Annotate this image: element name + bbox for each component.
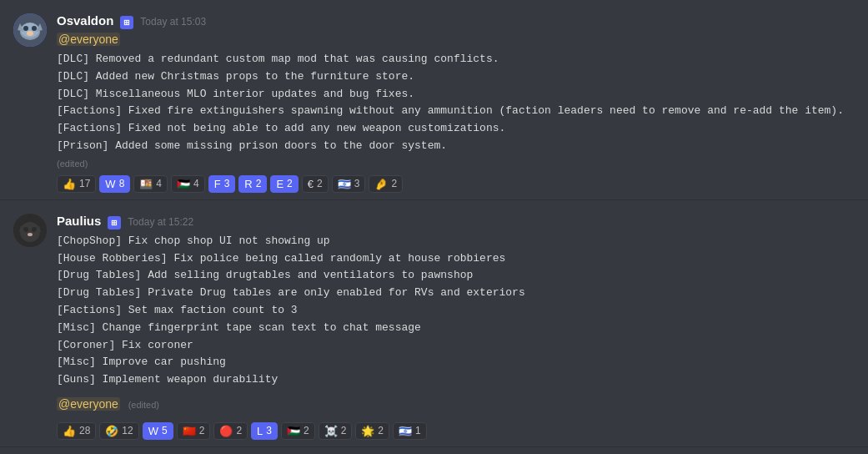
reaction-w-p[interactable]: W 5 [143,422,173,440]
reaction-flag-il[interactable]: 🇮🇱 3 [332,175,366,193]
reaction-cn[interactable]: 🇨🇳 2 [177,422,211,440]
reaction-skull[interactable]: ☠️ 2 [319,422,353,440]
message-header-paulius: Paulius ⊞ Today at 15:22 [57,214,855,230]
timestamp-paulius: Today at 15:22 [128,216,193,228]
reaction-bento[interactable]: 🍱 4 [133,175,168,193]
reaction-e[interactable]: E 2 [270,175,298,193]
avatar-osvaldon [13,13,47,47]
svg-point-14 [28,233,33,236]
reaction-f[interactable]: F 3 [208,175,236,193]
message-text-osvaldon: [DLC] Removed a redundant custom map mod… [57,51,855,155]
reaction-w[interactable]: W 8 [99,175,130,193]
avatar-paulius [13,214,47,247]
reactions-osvaldon: 👍 17 W 8 🍱 4 🇵🇸 4 F 3 R 2 E 2 € 2 🇮🇱 3 🤌… [57,175,855,193]
edited-label-osvaldon: (edited) [57,159,855,169]
reaction-thumbsup[interactable]: 👍 17 [57,175,96,193]
reaction-l[interactable]: L 3 [251,422,278,440]
svg-point-3 [23,26,28,31]
reaction-flag-ps[interactable]: 🇵🇸 4 [171,175,205,193]
message-content-osvaldon: Osvaldon ⊞ Today at 15:03 @everyone [DLC… [57,13,855,193]
reaction-red[interactable]: 🔴 2 [213,422,248,440]
reaction-star[interactable]: 🌟 2 [355,422,389,440]
message-group-paulius: Paulius ⊞ Today at 15:22 [ChopShop] Fix … [0,200,868,447]
timestamp-osvaldon: Today at 15:03 [140,16,206,28]
reaction-thumbsup-p[interactable]: 👍 28 [57,422,96,440]
message-text-paulius: [ChopShop] Fix chop shop UI not showing … [57,233,855,389]
message-header-osvaldon: Osvaldon ⊞ Today at 15:03 [57,13,855,29]
reaction-pinch[interactable]: 🤌 2 [369,175,403,193]
svg-point-4 [32,26,37,31]
message-content-paulius: Paulius ⊞ Today at 15:22 [ChopShop] Fix … [57,214,855,440]
reaction-euro[interactable]: € 2 [302,175,329,193]
message-group-osvaldon: Osvaldon ⊞ Today at 15:03 @everyone [DLC… [0,0,868,200]
reactions-paulius: 👍 28 🤣 12 W 5 🇨🇳 2 🔴 2 L 3 🇵🇸 2 ☠️ 2 🌟 2… [57,422,855,440]
username-osvaldon: Osvaldon [57,13,113,28]
server-badge-osvaldon: ⊞ [120,16,133,29]
reaction-rofl[interactable]: 🤣 12 [99,422,138,440]
mention-everyone-osvaldon: @everyone [57,33,120,46]
reaction-r[interactable]: R 2 [238,175,267,193]
mention-everyone-paulius: @everyone [57,397,120,411]
reaction-flag-il-p[interactable]: 🇮🇱 1 [393,422,427,440]
reaction-flag-ps-p[interactable]: 🇵🇸 2 [281,422,315,440]
edited-label-paulius: (edited) [128,400,159,410]
username-paulius: Paulius [57,214,101,228]
svg-point-5 [27,31,33,36]
server-badge-paulius: ⊞ [108,216,121,230]
bottom-mention-paulius: @everyone (edited) [57,397,855,416]
